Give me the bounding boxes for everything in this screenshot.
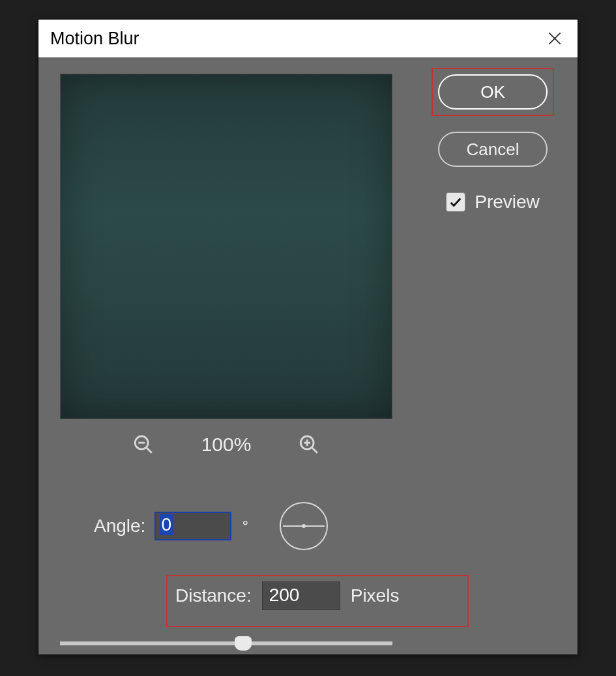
distance-input[interactable]: 200 [262, 581, 340, 610]
distance-label: Distance: [175, 585, 252, 606]
cancel-button[interactable]: Cancel [438, 132, 548, 167]
svg-line-3 [146, 447, 152, 453]
dialog-title: Motion Blur [50, 29, 139, 49]
close-icon[interactable] [544, 27, 566, 50]
dialog-body: 100% Angle: 0 ° [38, 57, 578, 654]
angle-label: Angle: [94, 516, 145, 536]
ok-button[interactable]: OK [438, 74, 548, 110]
distance-slider[interactable] [60, 634, 392, 653]
motion-blur-dialog: Motion Blur 100% [38, 19, 578, 655]
distance-unit: Pixels [351, 585, 400, 606]
zoom-out-icon[interactable] [131, 432, 156, 457]
angle-input[interactable]: 0 [154, 512, 231, 540]
zoom-level: 100% [201, 434, 252, 456]
distance-value: 200 [269, 585, 300, 605]
ok-highlight: OK [432, 68, 554, 116]
angle-row: Angle: 0 ° [94, 501, 329, 551]
titlebar: Motion Blur [38, 20, 578, 57]
preview-area[interactable] [60, 74, 392, 419]
degree-symbol: ° [242, 517, 248, 535]
angle-value: 0 [160, 514, 173, 535]
preview-checkbox-label: Preview [475, 192, 540, 213]
preview-checkbox[interactable] [446, 192, 465, 212]
distance-row: Distance: 200 Pixels [175, 581, 399, 610]
angle-dial[interactable] [278, 501, 329, 551]
svg-point-11 [302, 524, 306, 528]
slider-thumb[interactable] [235, 636, 252, 651]
slider-track [60, 641, 392, 645]
zoom-controls: 100% [60, 432, 392, 457]
right-column: OK Cancel Preview [428, 68, 558, 213]
zoom-in-icon[interactable] [297, 432, 321, 457]
svg-line-6 [312, 447, 318, 453]
preview-checkbox-row: Preview [446, 192, 540, 213]
